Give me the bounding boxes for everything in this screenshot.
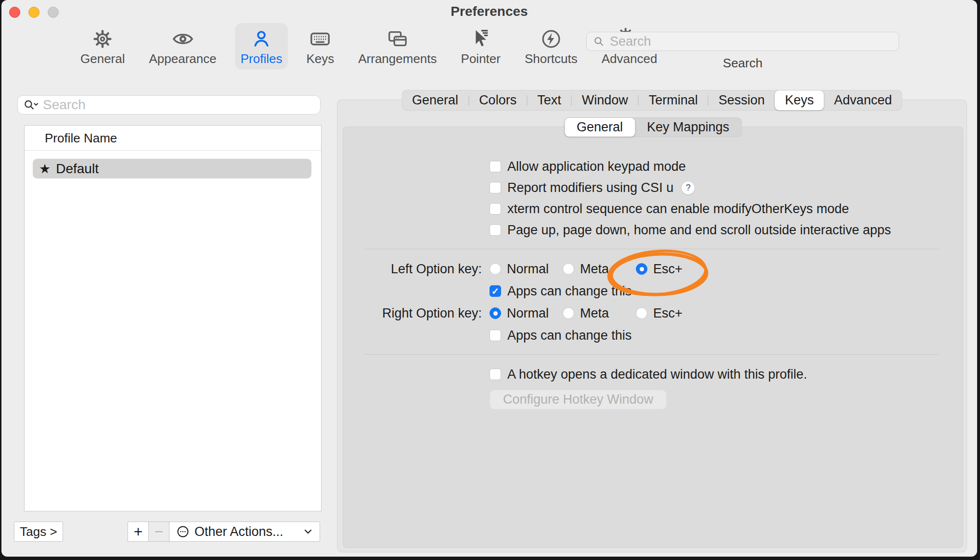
checkbox-label[interactable]: Allow application keypad mode: [507, 159, 686, 174]
remove-profile-button[interactable]: −: [148, 522, 169, 542]
toolbar-label: General: [80, 51, 125, 66]
cursor-icon: [470, 27, 492, 51]
toolbar-label: Profiles: [241, 51, 283, 66]
windows-icon: [386, 27, 409, 51]
radio-right-esc[interactable]: Esc+: [636, 306, 683, 321]
right-option-key-row: Right Option key: Normal Meta Esc+: [343, 302, 963, 325]
toolbar-item-arrangements[interactable]: Arrangements: [352, 23, 442, 69]
right-option-key-label: Right Option key:: [343, 306, 482, 321]
profile-tabs: General Colors Text Window Terminal Sess…: [401, 90, 903, 111]
tab-keys[interactable]: Keys: [775, 90, 824, 110]
profile-row-default[interactable]: ★ Default: [33, 159, 311, 178]
toolbar-item-shortcuts[interactable]: Shortcuts: [519, 23, 583, 69]
checkbox-hotkey-window[interactable]: [490, 369, 501, 380]
left-apps-row: ✓ Apps can change this: [343, 280, 963, 302]
toolbar: General Appearance Profiles: [1, 23, 977, 75]
keys-general-form: Allow application keypad mode Report mod…: [343, 127, 963, 409]
other-actions-label: Other Actions...: [194, 524, 298, 539]
radio-left-normal[interactable]: Normal: [490, 262, 563, 277]
tab-terminal[interactable]: Terminal: [639, 90, 708, 110]
right-apps-row: Apps can change this: [343, 325, 963, 346]
configure-hotkey-button[interactable]: Configure Hotkey Window: [490, 390, 667, 409]
radio-label[interactable]: Meta: [580, 306, 609, 321]
toolbar-search-label: Search: [586, 56, 899, 71]
checkbox-label[interactable]: A hotkey opens a dedicated window with t…: [507, 367, 807, 382]
preferences-window: Preferences General A: [1, 0, 977, 557]
help-button[interactable]: ?: [681, 181, 695, 195]
profile-name: Default: [56, 161, 99, 177]
toolbar-label: Shortcuts: [525, 51, 578, 66]
tab-window[interactable]: Window: [572, 90, 638, 110]
toolbar-label: Keys: [306, 51, 334, 66]
configure-hotkey-row: Configure Hotkey Window: [343, 390, 963, 409]
keyboard-icon: [308, 27, 332, 51]
search-scope-icon: [23, 98, 39, 112]
radio-right-normal[interactable]: Normal: [490, 306, 563, 321]
profile-list-toolbar: Tags > + − Other Actions...: [1, 522, 329, 542]
tags-button[interactable]: Tags >: [14, 522, 63, 542]
toolbar-item-keys[interactable]: Keys: [300, 23, 340, 69]
profile-settings-panel: General Colors Text Window Terminal Sess…: [337, 100, 967, 552]
left-option-key-row: Left Option key: Normal Meta: [343, 257, 963, 280]
left-option-key-label: Left Option key:: [343, 262, 482, 277]
eye-icon: [171, 27, 194, 51]
window-title: Preferences: [1, 4, 977, 19]
checkbox-label[interactable]: Apps can change this: [507, 284, 632, 299]
radio-label[interactable]: Esc+: [653, 262, 683, 277]
divider: [365, 354, 939, 355]
checkbox-right-apps-change[interactable]: [490, 330, 501, 341]
checkbox-modify-other-keys[interactable]: [490, 203, 501, 215]
tab-text[interactable]: Text: [527, 90, 571, 110]
gear-icon: [91, 27, 114, 51]
hotkey-row: A hotkey opens a dedicated window with t…: [343, 363, 963, 386]
profile-list: Profile Name ★ Default: [24, 125, 322, 511]
toolbar-search-input[interactable]: [610, 34, 893, 49]
toolbar-item-appearance[interactable]: Appearance: [143, 23, 222, 69]
tab-general[interactable]: General: [402, 90, 468, 110]
bolt-icon: [540, 27, 562, 51]
star-icon: ★: [39, 161, 51, 177]
ellipsis-circle-icon: [176, 525, 190, 538]
keys-tab-content: General Key Mappings Allow application k…: [343, 127, 963, 548]
checkbox-label[interactable]: xterm control sequence can enable modify…: [507, 202, 849, 216]
chevron-down-icon: [303, 528, 313, 535]
toolbar-search-field[interactable]: [586, 32, 899, 51]
toolbar-label: Appearance: [149, 51, 217, 66]
checkbox-label[interactable]: Report modifiers using CSI u: [507, 180, 673, 195]
search-icon: [593, 35, 605, 48]
toolbar-label: Pointer: [461, 51, 501, 66]
checkbox-row-scroll-outside: Page up, page down, home and end scroll …: [343, 219, 963, 241]
radio-label[interactable]: Normal: [507, 262, 549, 277]
tab-session[interactable]: Session: [709, 90, 775, 110]
add-profile-button[interactable]: +: [128, 522, 149, 542]
checkbox-row-modify-other-keys: xterm control sequence can enable modify…: [343, 198, 963, 219]
checkbox-csi-u[interactable]: [490, 182, 501, 193]
tab-advanced[interactable]: Advanced: [824, 90, 902, 110]
titlebar: Preferences: [1, 0, 977, 23]
other-actions-dropdown[interactable]: Other Actions...: [169, 522, 320, 542]
profile-search-input[interactable]: [43, 97, 315, 113]
radio-left-meta[interactable]: Meta: [563, 262, 636, 277]
profile-search-field[interactable]: [17, 95, 321, 115]
checkbox-keypad-mode[interactable]: [490, 161, 501, 172]
tab-colors[interactable]: Colors: [469, 90, 527, 110]
person-icon: [250, 27, 272, 51]
profile-list-header: Profile Name: [25, 126, 321, 151]
radio-label[interactable]: Normal: [507, 306, 549, 321]
radio-right-meta[interactable]: Meta: [563, 306, 636, 321]
checkbox-left-apps-change[interactable]: ✓: [490, 285, 501, 297]
toolbar-label: Arrangements: [358, 51, 437, 66]
toolbar-item-pointer[interactable]: Pointer: [455, 23, 506, 69]
divider: [365, 249, 939, 249]
checkbox-row-csi-u: Report modifiers using CSI u ?: [343, 177, 963, 198]
checkbox-label[interactable]: Page up, page down, home and end scroll …: [507, 223, 891, 238]
check-icon: ✓: [491, 287, 499, 296]
checkbox-scroll-outside[interactable]: [490, 224, 501, 236]
toolbar-item-general[interactable]: General: [75, 23, 131, 69]
radio-label[interactable]: Meta: [580, 262, 609, 277]
radio-label[interactable]: Esc+: [653, 306, 683, 321]
checkbox-label[interactable]: Apps can change this: [507, 328, 632, 343]
toolbar-item-profiles[interactable]: Profiles: [235, 23, 288, 69]
checkbox-row-keypad-mode: Allow application keypad mode: [343, 156, 963, 177]
radio-left-esc[interactable]: Esc+: [636, 262, 683, 277]
